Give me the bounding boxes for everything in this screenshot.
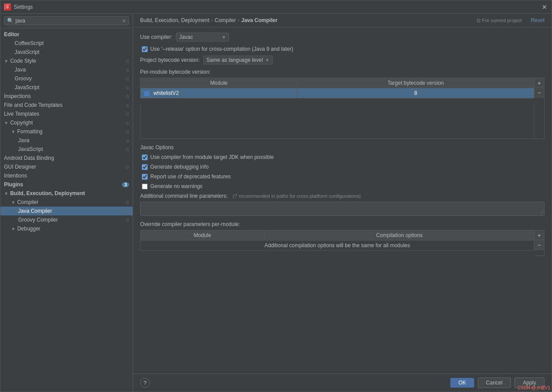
- sidebar-item-groovy-cs[interactable]: Groovy ⊙: [0, 74, 133, 83]
- sidebar-item-live-templates[interactable]: Live Templates ⊙: [0, 109, 133, 118]
- project-bytecode-label: Project bytecode version:: [140, 57, 200, 63]
- javascript-cs-copy-icon: ⊙: [126, 85, 129, 90]
- search-clear-button[interactable]: ✕: [122, 18, 126, 24]
- search-input[interactable]: [15, 18, 122, 24]
- remove-module-button[interactable]: −: [534, 88, 544, 98]
- right-panel: Build, Execution, Deployment › Compiler …: [133, 14, 552, 392]
- version-col-header: Target bytecode version: [297, 78, 534, 88]
- override-module-col: Module: [141, 230, 265, 241]
- override-table-side-buttons: + −: [534, 230, 544, 256]
- sidebar-item-android-data-binding[interactable]: Android Data Binding: [0, 154, 133, 162]
- sidebar-item-java-cs[interactable]: Java ⊙: [0, 65, 133, 74]
- compiler-select-arrow: ▼: [221, 35, 226, 40]
- groovy-compiler-copy-icon: ⊙: [126, 218, 129, 222]
- java-compiler-label: Java Compiler: [18, 208, 52, 214]
- sidebar-item-debugger[interactable]: ▼ Debugger: [0, 224, 133, 233]
- additional-cmd-label-wrap: Additional command line parameters: ('/'…: [140, 193, 544, 199]
- generate-no-warnings-checkbox[interactable]: [142, 184, 148, 189]
- reset-button[interactable]: Reset: [531, 17, 544, 23]
- formatting-arrow: ▼: [11, 129, 15, 134]
- build-arrow: ▼: [4, 191, 8, 196]
- sidebar-item-formatting[interactable]: ▼ Formatting ⊙: [0, 127, 133, 136]
- settings-window: J Settings ✕ 🔍 ✕ Editor Co: [0, 0, 552, 392]
- sidebar-item-gui-designer[interactable]: GUI Designer ⊙: [0, 162, 133, 171]
- add-module-button[interactable]: +: [534, 78, 544, 88]
- code-style-label: Code Style: [10, 58, 36, 64]
- gui-designer-copy-icon: ⊙: [126, 165, 129, 170]
- use-compiler-from-module-checkbox[interactable]: [142, 155, 148, 160]
- sidebar-item-javascript-cs[interactable]: JavaScript ⊙: [0, 83, 133, 92]
- window-title: Settings: [14, 4, 541, 10]
- cancel-button[interactable]: Cancel: [478, 377, 511, 388]
- gui-designer-label: GUI Designer: [4, 164, 36, 170]
- additional-cmd-label: Additional command line parameters:: [140, 193, 228, 199]
- search-wrap: 🔍 ✕: [4, 16, 129, 25]
- java-fmt-copy-icon: ⊙: [126, 138, 129, 143]
- sidebar-item-java-compiler[interactable]: Java Compiler ⊙: [0, 207, 133, 215]
- editor-section-label: Editor: [4, 31, 19, 38]
- project-icon: ⊡: [476, 18, 480, 23]
- additional-cmd-input-wrap: ⤢: [140, 202, 544, 216]
- java-cs-label: Java: [15, 67, 26, 73]
- sidebar-item-java-fmt[interactable]: Java ⊙: [0, 136, 133, 145]
- project-bytecode-row: Project bytecode version: Same as langua…: [140, 56, 544, 64]
- override-label: Override compiler parameters per-module:: [140, 221, 240, 227]
- javascript-fmt-label: JavaScript: [18, 146, 43, 152]
- add-override-button[interactable]: +: [534, 230, 544, 240]
- project-bytecode-select[interactable]: Same as language level 8 9 11: [206, 57, 263, 63]
- use-compiler-label: Use compiler:: [140, 34, 172, 40]
- module-icon: [144, 91, 149, 96]
- sidebar-item-code-style[interactable]: ▼ Code Style ⊙: [0, 57, 133, 65]
- sidebar-item-inspections[interactable]: Inspections ⊙: [0, 92, 133, 101]
- table-row[interactable]: whitelistV2 8: [141, 88, 534, 98]
- per-module-label-wrap: Per-module bytecode version:: [140, 69, 544, 75]
- sidebar-item-javascript-fmt[interactable]: JavaScript ⊙: [0, 145, 133, 154]
- copyright-label: Copyright: [10, 120, 33, 126]
- sidebar-section-build[interactable]: ▼ Build, Execution, Deployment: [0, 189, 133, 198]
- java-compiler-copy-icon: ⊙: [126, 209, 129, 214]
- plugins-badge: 3: [122, 182, 129, 187]
- report-deprecated-checkbox[interactable]: [142, 174, 148, 180]
- generate-no-warnings-label: Generate no warnings: [150, 183, 202, 189]
- panel-body: Use compiler: Javac Eclipse Ajc ▼ Use '-…: [133, 27, 552, 373]
- remove-override-button[interactable]: −: [534, 240, 544, 250]
- android-data-binding-label: Android Data Binding: [4, 155, 54, 161]
- javac-options-title: Javac Options: [140, 144, 544, 151]
- apply-button[interactable]: Apply: [514, 377, 544, 388]
- app-icon: J: [4, 4, 11, 11]
- sidebar-item-coffeescript[interactable]: CoffeeScript: [0, 39, 133, 48]
- sidebar-item-compiler[interactable]: ▼ Compiler ⊙: [0, 198, 133, 207]
- generate-debugging-label: Generate debugging info: [150, 164, 209, 170]
- release-option-row: Use '--release' option for cross-compila…: [140, 46, 544, 52]
- live-templates-label: Live Templates: [4, 111, 39, 117]
- breadcrumb-sep-2: ›: [238, 17, 240, 23]
- file-templates-copy-icon: ⊙: [126, 103, 129, 108]
- sidebar-section-editor[interactable]: Editor: [0, 30, 133, 39]
- generate-debugging-row: Generate debugging info: [140, 164, 544, 170]
- use-compiler-select[interactable]: Javac Eclipse Ajc: [179, 34, 220, 40]
- groovy-compiler-label: Groovy Compiler: [18, 217, 58, 223]
- module-table: Module Target bytecode version whitelist…: [140, 78, 534, 98]
- code-style-arrow: ▼: [4, 59, 8, 64]
- file-code-templates-label: File and Code Templates: [4, 102, 63, 108]
- generate-debugging-checkbox[interactable]: [142, 164, 148, 170]
- sidebar-section-plugins[interactable]: Plugins 3: [0, 180, 133, 189]
- release-option-checkbox[interactable]: [142, 46, 148, 52]
- module-table-section: Module Target bytecode version whitelist…: [140, 78, 544, 139]
- breadcrumb-1: Build, Execution, Deployment: [140, 17, 209, 23]
- use-compiler-row: Use compiler: Javac Eclipse Ajc ▼: [140, 33, 544, 41]
- ok-button[interactable]: OK: [450, 378, 474, 388]
- additional-cmd-input[interactable]: [140, 202, 544, 216]
- sidebar-item-copyright[interactable]: ▼ Copyright ⊙: [0, 118, 133, 127]
- use-compiler-select-wrap: Javac Eclipse Ajc ▼: [176, 33, 229, 41]
- report-deprecated-label: Report use of deprecated features: [150, 173, 231, 180]
- bytecode-select-arrow: ▼: [265, 58, 270, 63]
- formatting-label: Formatting: [17, 128, 42, 135]
- close-button[interactable]: ✕: [541, 4, 548, 11]
- sidebar-item-intentions[interactable]: Intentions: [0, 171, 133, 180]
- sidebar-item-file-code-templates[interactable]: File and Code Templates ⊙: [0, 101, 133, 109]
- sidebar-item-javascript-editor[interactable]: JavaScript: [0, 48, 133, 57]
- sidebar-item-groovy-compiler[interactable]: Groovy Compiler ⊙: [0, 215, 133, 224]
- java-cs-copy-icon: ⊙: [126, 68, 129, 72]
- help-button[interactable]: ?: [140, 378, 150, 388]
